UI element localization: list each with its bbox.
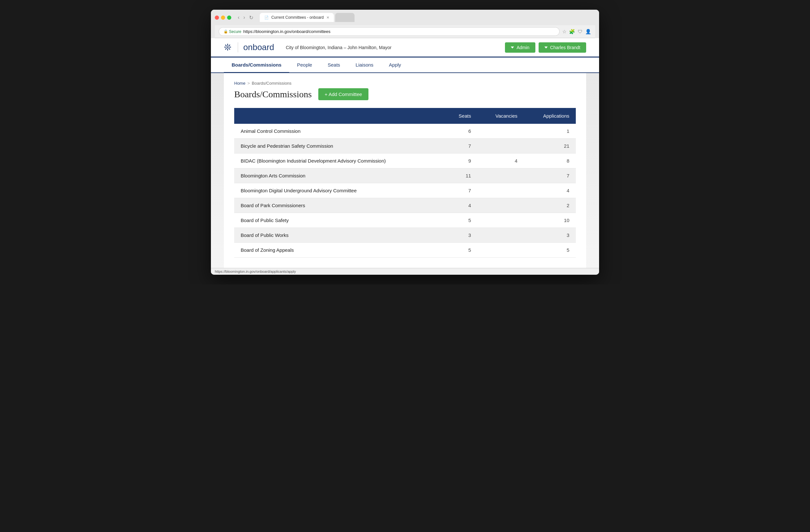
table-row[interactable]: Board of Public Safety 5 10: [234, 213, 576, 228]
committee-applications: 5: [524, 243, 576, 257]
active-tab[interactable]: 📄 Current Committees - onboard ✕: [260, 13, 334, 22]
committee-applications: 4: [524, 183, 576, 198]
committee-vacancies: [477, 243, 524, 257]
col-header-name: [234, 108, 444, 124]
browser-controls: ‹ › ↻ 📄 Current Committees - onboard ✕ +: [215, 13, 595, 22]
secure-label: Secure: [229, 29, 241, 34]
committee-applications: 7: [524, 168, 576, 183]
address-icons: ☆ 🧩 🛡 👤: [562, 29, 591, 35]
traffic-lights: [215, 16, 231, 20]
lock-icon: 🔒: [224, 29, 228, 34]
table-row[interactable]: Board of Park Commissioners 4 2: [234, 198, 576, 213]
committee-seats: 7: [444, 183, 477, 198]
browser-titlebar: ‹ › ↻ 📄 Current Committees - onboard ✕ +…: [211, 10, 599, 38]
status-url: https://bloomington.in.gov/onboard/appli…: [215, 269, 296, 273]
committee-seats: 3: [444, 228, 477, 243]
shield-icon[interactable]: 🛡: [578, 29, 583, 34]
address-url: https://bloomington.in.gov/onboard/commi…: [243, 29, 330, 34]
committee-applications: 3: [524, 228, 576, 243]
extensions-icon[interactable]: 🧩: [569, 29, 575, 35]
admin-chevron-icon: [511, 47, 514, 49]
committee-name: Board of Public Safety: [234, 213, 444, 228]
committee-applications: 8: [524, 153, 576, 168]
committee-name: Board of Zoning Appeals: [234, 243, 444, 257]
nav-item-boards[interactable]: Boards/Commissions: [224, 57, 289, 73]
committee-name: Board of Public Works: [234, 228, 444, 243]
committee-name: Bloomington Digital Underground Advisory…: [234, 183, 444, 198]
page-title-row: Boards/Commissions + Add Committee: [234, 88, 576, 100]
committee-name: Bloomington Arts Commission: [234, 168, 444, 183]
tab-close-button[interactable]: ✕: [326, 16, 329, 20]
committee-seats: 5: [444, 213, 477, 228]
committee-applications: 10: [524, 213, 576, 228]
committee-vacancies: 4: [477, 153, 524, 168]
new-tab[interactable]: +: [335, 13, 355, 22]
user-menu-button[interactable]: Charles Brandt: [539, 42, 586, 53]
nav-item-apply[interactable]: Apply: [381, 57, 409, 73]
header-buttons: Admin Charles Brandt: [505, 42, 586, 53]
breadcrumb: Home > Boards/Commissions: [234, 81, 576, 86]
table-row[interactable]: Animal Control Commission 6 1: [234, 124, 576, 139]
table-body: Animal Control Commission 6 1 Bicycle an…: [234, 124, 576, 257]
committee-vacancies: [477, 228, 524, 243]
nav-item-people[interactable]: People: [289, 57, 320, 73]
admin-button[interactable]: Admin: [505, 42, 535, 53]
forward-button[interactable]: ›: [242, 14, 246, 21]
add-committee-button[interactable]: + Add Committee: [318, 88, 369, 100]
committee-vacancies: [477, 168, 524, 183]
page-content: ❊ onboard City of Bloomington, Indiana –…: [211, 38, 599, 268]
nav-item-seats[interactable]: Seats: [320, 57, 348, 73]
close-button[interactable]: [215, 16, 219, 20]
table-row[interactable]: Board of Public Works 3 3: [234, 228, 576, 243]
logo-icon: ❊: [224, 42, 231, 53]
site-header: ❊ onboard City of Bloomington, Indiana –…: [211, 38, 599, 57]
committee-vacancies: [477, 124, 524, 139]
minimize-button[interactable]: [221, 16, 225, 20]
content-area: Home > Boards/Commissions Boards/Commiss…: [224, 73, 586, 268]
tab-page-icon: 📄: [264, 16, 269, 20]
committee-seats: 11: [444, 168, 477, 183]
nav-item-liaisons[interactable]: Liaisons: [348, 57, 381, 73]
table-row[interactable]: Bloomington Arts Commission 11 7: [234, 168, 576, 183]
logo-area: ❊ onboard City of Bloomington, Indiana –…: [224, 42, 391, 53]
committee-name: Bicycle and Pedestrian Safety Commission: [234, 139, 444, 153]
bookmark-icon[interactable]: ☆: [562, 29, 566, 35]
reload-button[interactable]: ↻: [248, 14, 255, 21]
committee-vacancies: [477, 213, 524, 228]
col-header-seats: Seats: [444, 108, 477, 124]
maximize-button[interactable]: [227, 16, 231, 20]
address-bar-row: 🔒 Secure https://bloomington.in.gov/onbo…: [215, 25, 595, 38]
committee-seats: 5: [444, 243, 477, 257]
committee-vacancies: [477, 183, 524, 198]
table-header: Seats Vacancies Applications: [234, 108, 576, 124]
logo-text: onboard: [238, 42, 274, 52]
col-header-applications: Applications: [524, 108, 576, 124]
committee-seats: 9: [444, 153, 477, 168]
committee-name: Board of Park Commissioners: [234, 198, 444, 213]
committee-seats: 7: [444, 139, 477, 153]
table-row[interactable]: Bicycle and Pedestrian Safety Commission…: [234, 139, 576, 153]
secure-badge: 🔒 Secure: [224, 29, 241, 34]
address-input[interactable]: 🔒 Secure https://bloomington.in.gov/onbo…: [219, 27, 560, 36]
table-row[interactable]: Board of Zoning Appeals 5 5: [234, 243, 576, 257]
committee-applications: 21: [524, 139, 576, 153]
nav-buttons: ‹ › ↻: [237, 14, 255, 21]
user-chevron-icon: [545, 47, 548, 49]
back-button[interactable]: ‹: [237, 14, 241, 21]
table-row[interactable]: BIDAC (Bloomington Industrial Developmen…: [234, 153, 576, 168]
table-header-row: Seats Vacancies Applications: [234, 108, 576, 124]
tab-bar: 📄 Current Committees - onboard ✕ +: [260, 13, 595, 22]
user-icon[interactable]: 👤: [585, 29, 591, 35]
browser-window: ‹ › ↻ 📄 Current Committees - onboard ✕ +…: [211, 10, 599, 275]
tab-title: Current Committees - onboard: [271, 15, 324, 20]
committee-vacancies: [477, 139, 524, 153]
breadcrumb-home[interactable]: Home: [234, 81, 245, 86]
col-header-vacancies: Vacancies: [477, 108, 524, 124]
breadcrumb-current: Boards/Commissions: [252, 81, 291, 86]
committee-seats: 4: [444, 198, 477, 213]
main-nav: Boards/Commissions People Seats Liaisons…: [211, 57, 599, 73]
table-row[interactable]: Bloomington Digital Underground Advisory…: [234, 183, 576, 198]
page-title: Boards/Commissions: [234, 89, 312, 100]
committees-table: Seats Vacancies Applications Animal Cont…: [234, 108, 576, 257]
committee-seats: 6: [444, 124, 477, 139]
